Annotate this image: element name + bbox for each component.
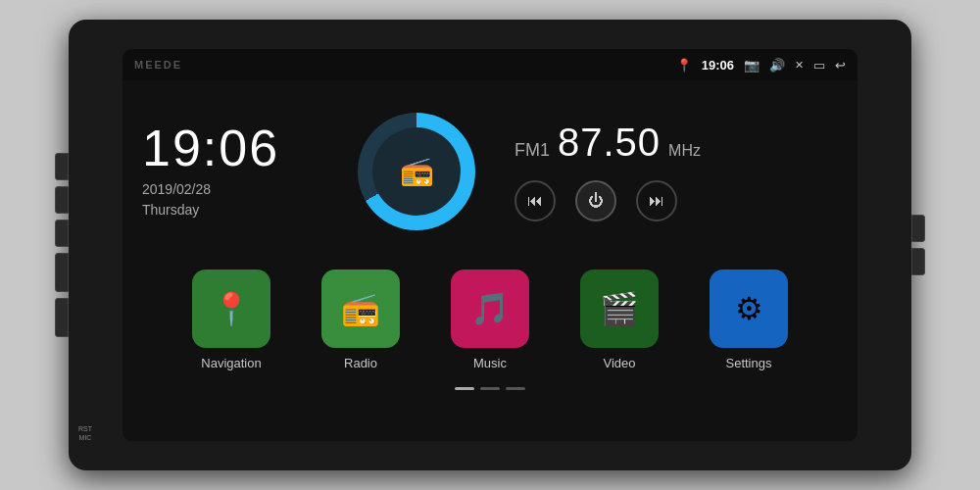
radio-unit: MHz: [668, 142, 701, 160]
main-content: 19:06 2019/02/28 Thursday 📻: [122, 80, 858, 441]
video-icon-box: 🎬: [580, 270, 659, 348]
radio-icon: 📻: [400, 155, 434, 187]
back-icon[interactable]: ↩: [835, 58, 846, 73]
app-video[interactable]: 🎬 Video: [561, 270, 678, 370]
power-side-button[interactable]: [55, 153, 69, 180]
radio-icon-box: 📻: [321, 270, 400, 348]
music-label: Music: [473, 356, 507, 370]
prev-button[interactable]: ⏮: [514, 180, 556, 221]
navigation-label: Navigation: [201, 356, 261, 370]
clock-date-value: 2019/02/28: [142, 181, 211, 197]
radio-controls: ⏮ ⏻ ⏭: [514, 180, 838, 221]
location-icon: 📍: [676, 58, 692, 73]
video-label: Video: [603, 356, 635, 370]
app-music[interactable]: 🎵 Music: [431, 270, 549, 370]
car-unit: RST MIC MEEDE 📍 19:06 📷 🔊 ✕ ▭ ↩: [69, 20, 911, 470]
vol-down-button[interactable]: [55, 298, 69, 337]
radio-band: FM1: [514, 140, 550, 161]
clock-day-value: Thursday: [142, 202, 199, 218]
radio-frequency: 87.50: [558, 121, 661, 165]
status-left: MEEDE: [134, 59, 182, 71]
radio-info: FM1 87.50 MHz ⏮ ⏻ ⏭: [505, 90, 848, 252]
clock-date: 2019/02/28 Thursday: [142, 179, 328, 220]
clock-time: 19:06: [142, 122, 328, 173]
power-button[interactable]: ⏻: [575, 180, 616, 221]
settings-label: Settings: [726, 356, 772, 370]
settings-icon-box: ⚙: [710, 270, 788, 348]
radio-app-icon: 📻: [341, 290, 380, 327]
radio-visual: 📻: [338, 90, 495, 252]
settings-icon: ⚙: [735, 290, 763, 327]
dot-3: [506, 387, 525, 390]
video-icon: 🎬: [600, 290, 639, 327]
navigation-icon-box: 📍: [192, 270, 270, 348]
volume-icon: 🔊: [769, 58, 785, 73]
dot-2: [480, 387, 500, 390]
watermark: MEEDE: [134, 59, 182, 71]
music-icon: 🎵: [470, 290, 510, 327]
screen-bezel: MEEDE 📍 19:06 📷 🔊 ✕ ▭ ↩: [122, 49, 858, 441]
dot-1: [455, 387, 474, 390]
right-btn-2[interactable]: [911, 248, 925, 275]
navigation-icon: 📍: [212, 290, 251, 327]
mic-label: MIC: [78, 434, 92, 441]
app-radio[interactable]: 📻 Radio: [302, 270, 419, 370]
back-side-button[interactable]: [55, 186, 69, 214]
app-settings[interactable]: ⚙ Settings: [690, 270, 808, 370]
left-side-buttons: [55, 153, 69, 337]
bottom-bar: [122, 386, 858, 394]
screen: MEEDE 📍 19:06 📷 🔊 ✕ ▭ ↩: [122, 49, 858, 441]
app-navigation[interactable]: 📍 Navigation: [172, 270, 290, 370]
status-time: 19:06: [702, 58, 734, 73]
right-btn-1[interactable]: [911, 215, 925, 242]
top-panel: 19:06 2019/02/28 Thursday 📻: [122, 80, 858, 262]
rst-label: RST: [78, 425, 92, 432]
vol-up-button[interactable]: [55, 253, 69, 292]
close-icon: ✕: [795, 59, 804, 72]
radio-circle: 📻: [358, 113, 475, 230]
status-bar: MEEDE 📍 19:06 📷 🔊 ✕ ▭ ↩: [122, 49, 858, 80]
next-button[interactable]: ⏭: [636, 180, 677, 221]
home-side-button[interactable]: [55, 220, 69, 247]
screen-icon: ▭: [813, 58, 825, 73]
right-side-buttons: [911, 215, 925, 275]
music-icon-box: 🎵: [451, 270, 529, 348]
status-right: 📍 19:06 📷 🔊 ✕ ▭ ↩: [676, 58, 846, 73]
radio-app-label: Radio: [344, 356, 377, 370]
camera-icon: 📷: [744, 58, 760, 73]
app-grid: 📍 Navigation 📻 Radio 🎵: [122, 262, 858, 386]
clock-section: 19:06 2019/02/28 Thursday: [132, 90, 328, 252]
left-labels: RST MIC: [78, 425, 92, 441]
radio-band-freq: FM1 87.50 MHz: [514, 121, 838, 165]
